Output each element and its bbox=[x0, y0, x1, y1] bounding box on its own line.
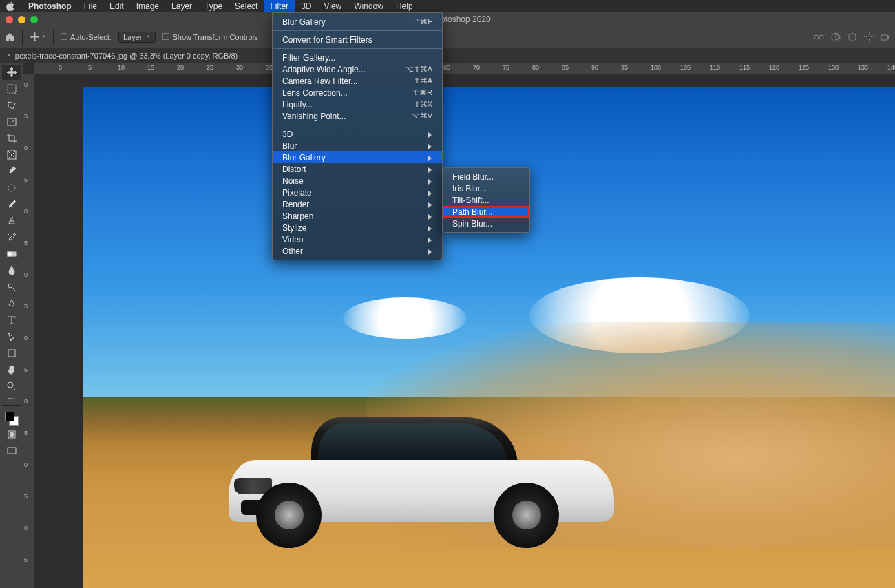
blur-gallery-item[interactable]: Path Blur... bbox=[443, 206, 529, 218]
clone-stamp-tool[interactable] bbox=[2, 213, 21, 229]
type-tool[interactable] bbox=[2, 313, 21, 328]
ruler-tick: 5 bbox=[88, 64, 92, 71]
filter-submenu-item[interactable]: Video bbox=[273, 233, 442, 245]
filter-item[interactable]: Adaptive Wide Angle...⌥⇧⌘A bbox=[273, 63, 442, 75]
tool-overflow[interactable]: ••• bbox=[8, 395, 15, 401]
ruler-tick: 105 bbox=[680, 64, 691, 71]
marquee-tool[interactable] bbox=[2, 81, 21, 96]
quickmask-toggle[interactable] bbox=[2, 427, 21, 442]
filter-item[interactable]: Lens Correction...⇧⌘R bbox=[273, 87, 442, 98]
separator bbox=[53, 30, 54, 45]
shape-tool[interactable] bbox=[2, 346, 21, 361]
close-tab-icon[interactable]: × bbox=[7, 52, 11, 59]
chevron-down-icon bbox=[41, 34, 46, 39]
ruler-horizontal: 0510152025303540455055606570758085909510… bbox=[34, 63, 895, 74]
ruler-tick: 5 bbox=[24, 240, 28, 246]
show-transform-checkbox[interactable]: Show Transform Controls bbox=[162, 33, 257, 41]
menu-file[interactable]: File bbox=[78, 0, 103, 12]
ruler-tick: 0 bbox=[24, 81, 28, 88]
filter-last[interactable]: Blur Gallery^⌘F bbox=[273, 16, 442, 28]
ruler-tick: 25 bbox=[207, 64, 213, 71]
window-close[interactable] bbox=[6, 16, 13, 23]
filter-submenu-item[interactable]: Other bbox=[273, 245, 442, 257]
pen-tool[interactable] bbox=[2, 296, 21, 311]
hand-tool[interactable] bbox=[2, 362, 21, 377]
window-maximize[interactable] bbox=[30, 16, 38, 23]
transform-icon[interactable] bbox=[863, 32, 874, 43]
camera-icon[interactable] bbox=[880, 32, 891, 43]
document-tab[interactable]: × pexels-trace-constant-707046.jpg @ 33,… bbox=[0, 52, 244, 60]
3d-mode-icon[interactable] bbox=[847, 32, 858, 43]
frame-tool[interactable] bbox=[2, 147, 21, 162]
healing-tool[interactable] bbox=[2, 180, 21, 196]
gradient-tool[interactable] bbox=[2, 246, 21, 262]
toolbox: ••• bbox=[0, 63, 23, 588]
menu-app[interactable]: Photoshop bbox=[22, 0, 78, 12]
move-tool-icon[interactable] bbox=[30, 32, 46, 42]
separator bbox=[273, 30, 442, 31]
filter-dropdown: Blur Gallery^⌘F Convert for Smart Filter… bbox=[272, 12, 443, 260]
chevron-right-icon bbox=[428, 249, 432, 253]
filter-convert-smart[interactable]: Convert for Smart Filters bbox=[273, 34, 442, 45]
menu-filter[interactable]: Filter bbox=[264, 0, 295, 12]
filter-item[interactable]: Camera Raw Filter...⇧⌘A bbox=[273, 75, 442, 87]
ruler-tick: 0 bbox=[24, 398, 28, 405]
ruler-tick: 75 bbox=[503, 64, 509, 71]
chevron-right-icon bbox=[428, 156, 432, 160]
window-minimize[interactable] bbox=[18, 16, 25, 23]
menu-type[interactable]: Type bbox=[198, 0, 229, 12]
filter-submenu-item[interactable]: Blur Gallery bbox=[273, 151, 442, 163]
menu-select[interactable]: Select bbox=[229, 0, 264, 12]
color-swatches[interactable] bbox=[5, 412, 19, 426]
filter-submenu-item[interactable]: Pixelate bbox=[273, 187, 442, 198]
ruler-vertical: 0505050505050505 bbox=[23, 74, 34, 588]
dodge-tool[interactable] bbox=[2, 280, 21, 295]
menu-view[interactable]: View bbox=[317, 0, 348, 12]
lasso-tool[interactable] bbox=[2, 98, 21, 113]
blur-gallery-item[interactable]: Tilt-Shift... bbox=[443, 194, 529, 206]
filter-submenu-item[interactable]: Distort bbox=[273, 163, 442, 175]
path-select-tool[interactable] bbox=[2, 329, 21, 344]
menu-help[interactable]: Help bbox=[390, 0, 419, 12]
filter-submenu-item[interactable]: 3D bbox=[273, 128, 442, 140]
menu-layer[interactable]: Layer bbox=[165, 0, 198, 12]
eyedropper-tool[interactable] bbox=[2, 164, 21, 179]
history-brush-tool[interactable] bbox=[2, 230, 21, 245]
layer-dropdown[interactable]: Layer bbox=[118, 32, 156, 43]
home-icon[interactable] bbox=[4, 32, 15, 43]
workbench: ••• 051015202530354045505560657075808590… bbox=[0, 63, 895, 588]
toolbar-right bbox=[814, 32, 891, 43]
zoom-tool[interactable] bbox=[2, 379, 21, 394]
align-icon[interactable] bbox=[830, 32, 841, 43]
svg-point-13 bbox=[10, 432, 14, 437]
chevron-right-icon bbox=[428, 132, 432, 136]
blur-gallery-item[interactable]: Iris Blur... bbox=[443, 182, 529, 194]
filter-submenu-item[interactable]: Sharpen bbox=[273, 210, 442, 222]
menu-window[interactable]: Window bbox=[348, 0, 390, 12]
filter-submenu-item[interactable]: Blur bbox=[273, 140, 442, 151]
canvas[interactable] bbox=[34, 74, 895, 588]
blur-gallery-item[interactable]: Spin Blur... bbox=[443, 218, 529, 229]
align-icon[interactable] bbox=[814, 32, 825, 43]
filter-item[interactable]: Vanishing Point...⌥⌘V bbox=[273, 110, 442, 122]
separator bbox=[273, 125, 442, 125]
filter-item[interactable]: Liquify...⇧⌘X bbox=[273, 98, 442, 110]
menu-edit[interactable]: Edit bbox=[103, 0, 130, 12]
crop-tool[interactable] bbox=[2, 131, 21, 146]
apple-logo-icon bbox=[6, 1, 15, 11]
auto-select-checkbox[interactable]: Auto-Select: bbox=[61, 33, 112, 41]
blur-tool[interactable] bbox=[2, 263, 21, 278]
brush-tool[interactable] bbox=[2, 197, 21, 212]
blur-gallery-item[interactable]: Field Blur... bbox=[443, 171, 529, 182]
screen-mode[interactable] bbox=[2, 443, 21, 459]
filter-submenu-item[interactable]: Render bbox=[273, 198, 442, 210]
filter-submenu-item[interactable]: Noise bbox=[273, 175, 442, 187]
quick-select-tool[interactable] bbox=[2, 114, 21, 129]
document-tabs: × pexels-trace-constant-707046.jpg @ 33,… bbox=[0, 48, 895, 63]
move-tool[interactable] bbox=[2, 65, 21, 80]
menu-3d[interactable]: 3D bbox=[295, 0, 317, 12]
filter-submenu-item[interactable]: Stylize bbox=[273, 222, 442, 233]
tab-label: pexels-trace-constant-707046.jpg @ 33,3%… bbox=[15, 52, 238, 60]
menu-image[interactable]: Image bbox=[130, 0, 165, 12]
filter-item[interactable]: Filter Gallery... bbox=[273, 52, 442, 63]
